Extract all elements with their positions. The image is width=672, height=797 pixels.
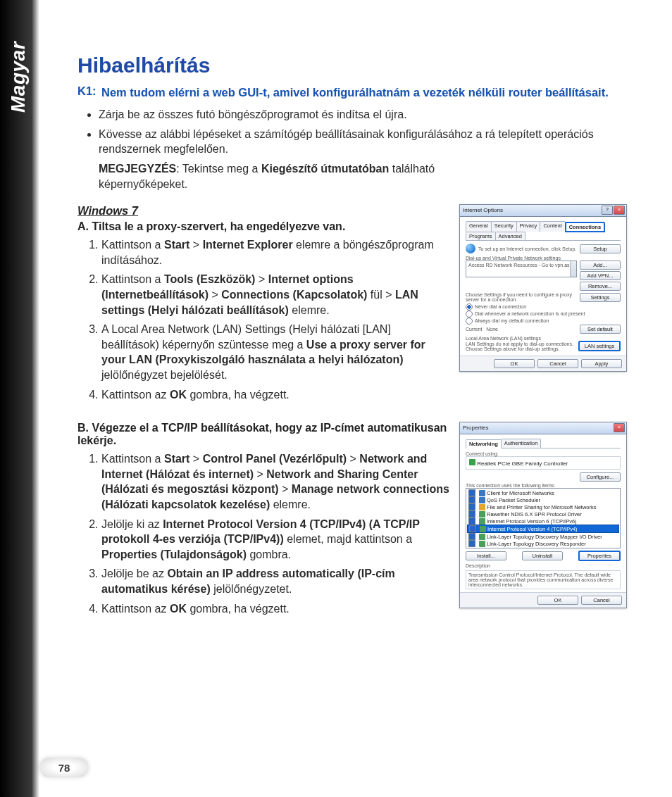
nic-icon	[469, 459, 475, 465]
help-icon[interactable]: ?	[602, 206, 613, 215]
step: A Local Area Network (LAN) Settings (Hel…	[101, 322, 451, 382]
cfg-hint: Choose Settings if you need to configure…	[466, 292, 580, 302]
bullet-item: Zárja be az összes futó böngészőprogramo…	[99, 107, 627, 123]
radio-dial-when[interactable]: Dial whenever a network connection is no…	[466, 310, 621, 318]
step: Kattintson az OK gombra, ha végzett.	[101, 387, 451, 403]
step: Kattintson a Tools (Eszközök) > Internet…	[101, 272, 451, 318]
side-language-tab: Magyar	[0, 0, 39, 797]
internet-options-dialog: Internet Options ? × General Security Pr…	[459, 204, 627, 372]
items-list-head: This connection uses the following items…	[466, 483, 621, 488]
set-default-button[interactable]: Set default	[580, 325, 621, 334]
ok-button[interactable]: OK	[537, 596, 578, 605]
step: Jelölje be az Obtain an IP address autom…	[101, 566, 451, 596]
apply-button[interactable]: Apply	[581, 359, 622, 368]
page-number: 78	[39, 758, 89, 777]
page-content: Hibaelhárítás K1: Nem tudom elérni a web…	[77, 54, 627, 636]
tab-connections[interactable]: Connections	[565, 222, 605, 232]
setup-hint: To set up an Internet connection, click …	[478, 246, 576, 251]
network-items-list[interactable]: Client for Microsoft Networks QoS Packet…	[466, 488, 621, 548]
component-icon	[479, 541, 485, 547]
configure-button[interactable]: Configure...	[580, 472, 621, 482]
dialog-tabs: Networking Authentication	[466, 439, 621, 448]
tab-general[interactable]: General	[466, 221, 492, 232]
step: Kattintson a Start > Control Panel (Vezé…	[101, 451, 451, 512]
scrollbar[interactable]	[570, 261, 576, 277]
adapter-field: Realtek PCIe GBE Family Controller	[466, 456, 621, 470]
dialog-title: Internet Options	[460, 207, 503, 213]
tab-authentication[interactable]: Authentication	[501, 439, 542, 448]
faq-question: K1: Nem tudom elérni a web GUI-t, amivel…	[77, 84, 627, 100]
close-icon[interactable]: ×	[614, 206, 625, 215]
radio-never-dial[interactable]: Never dial a connection	[466, 303, 621, 310]
tab-advanced[interactable]: Advanced	[495, 232, 525, 240]
add-button[interactable]: Add...	[580, 261, 621, 270]
add-vpn-button[interactable]: Add VPN...	[580, 271, 621, 280]
globe-icon	[466, 244, 475, 253]
faq-text: Nem tudom elérni a web GUI-t, amivel kon…	[101, 84, 627, 100]
page-title: Hibaelhárítás	[77, 54, 627, 77]
component-icon	[479, 511, 485, 517]
component-icon	[479, 518, 485, 525]
section-a-heading: A. Tiltsa le a proxy-szervert, ha engedé…	[77, 220, 451, 233]
tab-networking[interactable]: Networking	[466, 439, 502, 448]
component-icon	[480, 526, 486, 532]
dialog-titlebar: Properties ×	[460, 422, 626, 434]
faq-label: K1:	[77, 84, 101, 100]
description-head: Description	[466, 563, 621, 568]
radio-always-dial[interactable]: Always dial my default connection	[466, 318, 621, 325]
vpn-section-head: Dial-up and Virtual Private Network sett…	[466, 256, 621, 261]
tab-content[interactable]: Content	[540, 221, 565, 232]
settings-button[interactable]: Settings	[580, 293, 621, 302]
tab-programs[interactable]: Programs	[466, 232, 496, 240]
tab-privacy[interactable]: Privacy	[516, 221, 541, 232]
os-heading: Windows 7	[77, 204, 451, 218]
component-icon	[479, 534, 485, 540]
cancel-button[interactable]: Cancel	[581, 596, 622, 605]
properties-button[interactable]: Properties	[578, 551, 621, 561]
section-b-steps: Kattintson a Start > Control Panel (Vezé…	[77, 451, 451, 616]
component-icon	[479, 504, 485, 510]
close-icon[interactable]: ×	[614, 423, 625, 432]
component-icon	[479, 497, 485, 503]
step: Kattintson az OK gombra, ha végzett.	[101, 601, 451, 617]
setup-button[interactable]: Setup	[580, 244, 621, 253]
vpn-listbox[interactable]: Access RD Network Resources - Go to vpn.…	[466, 261, 577, 277]
step: Jelölje ki az Internet Protocol Version …	[101, 517, 451, 563]
remove-button[interactable]: Remove...	[580, 282, 621, 291]
dialog-tabs: General Security Privacy Content Connect…	[466, 221, 621, 241]
page-number-badge: 78	[39, 758, 89, 777]
description-text: Transmission Control Protocol/Internet P…	[466, 570, 621, 589]
install-button[interactable]: Install...	[466, 551, 506, 560]
component-icon	[479, 490, 485, 496]
section-a-steps: Kattintson a Start > Internet Explorer e…	[77, 237, 451, 402]
ok-button[interactable]: OK	[494, 359, 535, 368]
dialog-title: Properties	[460, 425, 488, 431]
note-label: MEGJEGYZÉS	[99, 163, 176, 175]
connection-properties-dialog: Properties × Networking Authentication C…	[459, 422, 627, 608]
side-language-label: Magyar	[7, 42, 30, 113]
uninstall-button[interactable]: Uninstall	[522, 551, 563, 560]
section-b-heading: B. Végezze el a TCP/IP beállításokat, ho…	[77, 422, 451, 447]
lan-section-head: Local Area Network (LAN) settings	[466, 336, 621, 341]
tab-security[interactable]: Security	[491, 221, 517, 232]
bullet-item: Kövesse az alábbi lépéseket a számítógép…	[99, 127, 627, 157]
lan-hint: LAN Settings do not apply to dial-up con…	[466, 341, 578, 351]
dialog-titlebar: Internet Options ? ×	[460, 205, 626, 217]
intro-bullets: Zárja be az összes futó böngészőprogramo…	[99, 107, 627, 157]
note-line: MEGJEGYZÉS: Tekintse meg a Kiegészítő út…	[99, 161, 451, 192]
connect-using-label: Connect using:	[466, 451, 621, 456]
step: Kattintson a Start > Internet Explorer e…	[101, 237, 451, 268]
lan-settings-button[interactable]: LAN settings	[578, 341, 621, 351]
cancel-button[interactable]: Cancel	[537, 359, 578, 368]
